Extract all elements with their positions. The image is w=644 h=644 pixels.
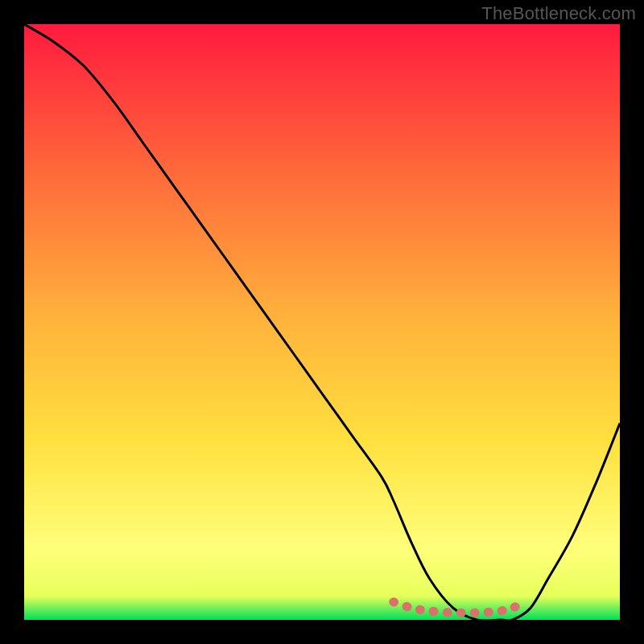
attribution-text: TheBottleneck.com: [481, 3, 636, 24]
bottleneck-chart: [24, 24, 620, 620]
heat-background: [24, 24, 620, 620]
chart-frame: TheBottleneck.com: [0, 0, 644, 644]
